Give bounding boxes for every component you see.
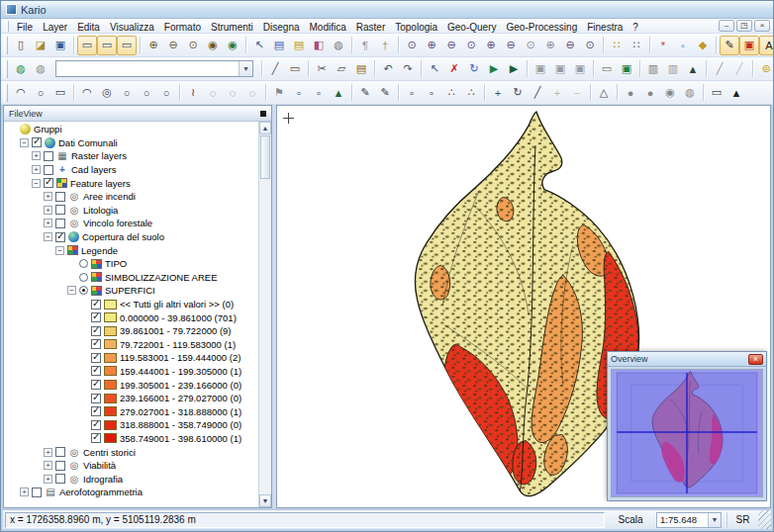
draw-rect-tool[interactable]: ▭ [50,83,70,103]
layer-visibility-checkbox[interactable] [91,312,101,322]
layer-visibility-checkbox[interactable] [91,420,101,430]
tree-item-centri-storici[interactable]: +Centri storici [4,445,258,459]
draw-arc-tool[interactable]: ◠ [11,83,31,103]
tree-item-239-166001-279-027000-0[interactable]: 239.166001 - 279.027000 (0) [4,392,258,405]
tree-scrollbar[interactable]: ▲ ▼ [258,122,271,507]
draw-circle3p-tool[interactable]: ○ [137,83,156,103]
line-tool[interactable]: ╱ [528,83,547,103]
draw-square2-tool[interactable]: ▫ [309,83,329,103]
tree-expander[interactable]: + [44,461,52,470]
identify-button[interactable]: ◍ [329,36,348,55]
layer-combobox[interactable]: ▼ [55,60,253,77]
triangle-tool[interactable]: △ [594,83,614,103]
tree-expander[interactable]: + [44,206,52,215]
world-gray-button[interactable]: ◍ [31,59,50,79]
draw-polyline-tool[interactable]: ≀ [183,83,203,103]
tree-expander[interactable]: − [67,286,76,295]
menu-visualizza[interactable]: Visualizza [105,21,159,34]
scroll-track[interactable] [259,180,271,494]
tree-expander[interactable]: − [20,138,29,147]
rotate-tool[interactable]: ↻ [508,83,528,103]
map-canvas[interactable]: Overview × [276,105,771,508]
layer-list-blue-button[interactable]: ▤ [269,36,289,55]
select-features-tool[interactable]: ↖ [425,59,444,79]
zoom-previous-button[interactable]: ⊖ [501,36,521,55]
layer-visibility-checkbox[interactable] [44,151,53,161]
toolbar-grip[interactable] [4,37,8,54]
buffer-point-tool[interactable]: ◆ [693,36,713,55]
column-remove-button[interactable]: ▥ [663,59,683,79]
scroll-thumb[interactable] [260,135,270,179]
ellipse-x-tool[interactable]: ◍ [680,83,700,103]
zoom-scale1-button[interactable]: ⊕ [540,36,560,55]
tree-expander[interactable]: + [44,219,52,227]
save-edits-button[interactable]: ▣ [531,59,550,79]
delete-button[interactable]: ✗ [444,59,464,79]
digitize-rect-tool[interactable]: ▭ [285,59,305,79]
overview-map[interactable] [611,369,763,497]
cut-button[interactable]: ✂ [312,59,332,79]
layer-visibility-checkbox[interactable] [91,366,101,376]
zoom-out-tool[interactable]: ⊖ [163,36,183,55]
raster-edit-toggle[interactable]: ▣ [739,36,759,55]
scale-combobox[interactable]: 1:75.648 ▼ [656,512,722,528]
edit-vertex2-tool[interactable]: ✎ [375,83,395,103]
draw-circle-r-tool[interactable]: ○ [156,83,176,103]
toolbar-grip[interactable] [4,60,8,78]
insert-point-tool[interactable]: ◦ [673,36,693,55]
map-window-toggle[interactable]: ▭ [77,36,97,55]
tree-item-318-888001-358-749000-0[interactable]: 318.888001 - 358.749000 (0) [4,418,258,432]
layer-visibility-checkbox[interactable] [91,433,101,443]
edit-vertex-tool[interactable]: ✎ [355,83,375,103]
zoom-box-tool[interactable]: ⊙ [183,36,203,55]
symbology-button[interactable]: ◧ [309,36,329,55]
scroll-up-button[interactable]: ▲ [259,122,271,134]
tree-item-simbolizzazione-aree[interactable]: SIMBOLIZZAZIONE AREE [4,271,258,285]
menu-item[interactable]: ? [628,21,643,34]
layer-visibility-checkbox[interactable] [44,165,53,175]
menu-modifica[interactable]: Modifica [305,21,351,34]
tree-item-copertura-del-suolo[interactable]: −Copertura del suolo [4,230,258,244]
tree-item-39-861001-79-722000-9[interactable]: 39.861001 - 79.722000 (9) [4,324,258,338]
menu-file[interactable]: File [12,21,38,34]
menu-edita[interactable]: Edita [72,21,105,34]
tree-expander[interactable]: − [55,246,64,255]
snap-vertex-toggle[interactable]: ∷ [607,36,627,55]
tree-expander[interactable]: − [44,232,52,241]
ellipse-fill2-tool[interactable]: ● [640,83,660,103]
tree-item-dati-comunali[interactable]: −Dati Comunali [4,136,258,150]
copy-button[interactable]: ▱ [332,59,351,79]
save-as-edits-button[interactable]: ▣ [550,59,570,79]
scale-dropdown-arrow-icon[interactable]: ▼ [708,513,721,527]
undo-button[interactable]: ↶ [378,59,398,79]
toolbar-grip[interactable] [4,84,8,102]
measure-line-tool[interactable]: ╱ [710,59,729,79]
legend-radio[interactable] [79,259,88,268]
layer-visibility-checkbox[interactable] [32,488,42,497]
tree-item-aerofotogrammetria[interactable]: +Aerofotogrammetria [4,486,258,499]
draw-oval-tool[interactable]: ◌ [203,83,223,103]
scroll-down-button[interactable]: ▼ [259,494,271,507]
refresh-button[interactable]: ↻ [464,59,484,79]
tree-item-litologia[interactable]: +Litologia [4,204,258,218]
layer-visibility-checkbox[interactable] [55,219,65,228]
overview-window[interactable]: Overview × [607,351,767,501]
mdi-restore-button[interactable]: ◳ [736,20,752,32]
overview-close-button[interactable]: × [748,354,763,365]
tree-item-vincolo-forestale[interactable]: +Vincolo forestale [4,217,258,230]
tree-item-legende[interactable]: −Legende [4,243,258,257]
overview-window-toggle[interactable]: ▭ [97,36,117,55]
digitize-line-tool[interactable]: ╱ [265,59,285,79]
terrain-a-tool[interactable]: ▲ [329,83,348,103]
draw-oval-center-tool[interactable]: ◌ [223,83,242,103]
zoom-in-tool[interactable]: ⊕ [144,36,163,55]
ellipse-fill-tool[interactable]: ● [621,83,640,103]
tree-expander[interactable]: + [32,151,41,160]
tree-item-tutti-gli-altri-valori-0[interactable]: << Tutti gli altri valori >> (0) [4,298,258,311]
menu-topologia[interactable]: Topologia [390,21,442,34]
zoom-full-extent-button[interactable]: ⊙ [402,36,422,55]
draw-donut-tool[interactable]: ◎ [97,83,117,103]
rect-green-tool[interactable]: ▣ [617,59,636,79]
zoom-pan-button[interactable]: ⊙ [580,36,600,55]
cursor-terrain-tool[interactable]: ▲ [726,83,746,103]
